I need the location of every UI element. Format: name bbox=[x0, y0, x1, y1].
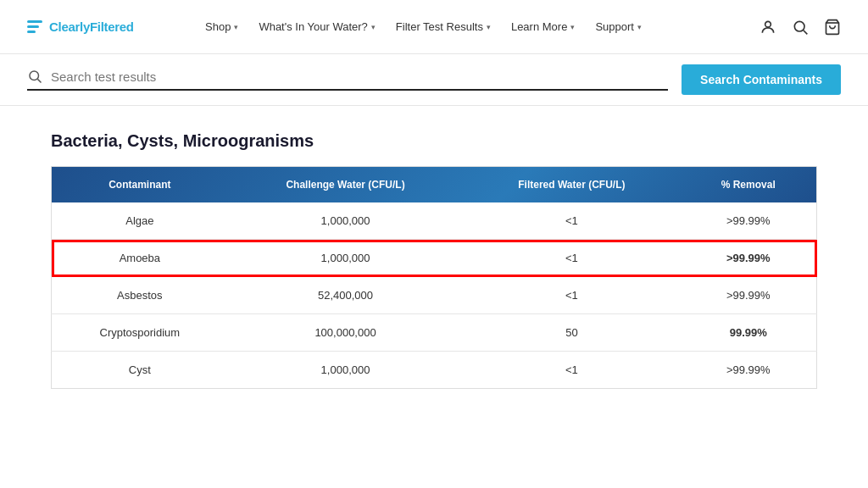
chevron-down-icon: ▾ bbox=[371, 23, 376, 31]
search-input[interactable] bbox=[51, 69, 668, 84]
search-icon[interactable] bbox=[792, 19, 809, 36]
chevron-down-icon: ▾ bbox=[637, 23, 642, 31]
search-contaminants-button[interactable]: Search Contaminants bbox=[682, 64, 841, 95]
cell-removal: >99.99% bbox=[680, 202, 816, 240]
logo-line-2 bbox=[27, 25, 39, 28]
cell-challenge-water: 100,000,000 bbox=[228, 314, 464, 352]
col-header-contaminant: Contaminant bbox=[52, 167, 228, 203]
cart-icon[interactable] bbox=[824, 19, 841, 36]
search-input-icon bbox=[27, 69, 42, 84]
cell-filtered-water: <1 bbox=[463, 202, 680, 240]
nav-item-water[interactable]: What's In Your Water? ▾ bbox=[250, 15, 383, 38]
table-row: Cryptosporidium100,000,0005099.99% bbox=[52, 314, 817, 352]
nav-item-shop[interactable]: Shop ▾ bbox=[197, 15, 247, 38]
cell-filtered-water: <1 bbox=[463, 352, 680, 389]
cell-contaminant: Algae bbox=[52, 202, 228, 240]
chevron-down-icon: ▾ bbox=[234, 23, 238, 31]
table-body: Algae1,000,000<1>99.99%Amoeba1,000,000<1… bbox=[52, 202, 817, 389]
cell-filtered-water: <1 bbox=[463, 240, 680, 277]
col-header-removal: % Removal bbox=[680, 167, 816, 203]
logo-line-1 bbox=[27, 20, 42, 23]
svg-point-0 bbox=[765, 21, 771, 27]
search-input-wrap bbox=[27, 69, 668, 91]
cell-removal: 99.99% bbox=[680, 314, 816, 352]
col-header-filtered: Filtered Water (CFU/L) bbox=[463, 167, 680, 203]
logo-line-3 bbox=[27, 30, 36, 33]
table-row: Cyst1,000,000<1>99.99% bbox=[52, 352, 817, 389]
cell-challenge-water: 1,000,000 bbox=[228, 202, 464, 240]
cell-filtered-water: <1 bbox=[463, 277, 680, 314]
logo[interactable]: ClearlyFiltered bbox=[27, 19, 163, 34]
section-title: Bacteria, Cysts, Microogranisms bbox=[51, 131, 817, 151]
svg-point-1 bbox=[794, 21, 804, 31]
svg-line-5 bbox=[37, 79, 41, 82]
cell-contaminant: Amoeba bbox=[52, 240, 228, 277]
cell-removal: >99.99% bbox=[680, 352, 816, 389]
cell-challenge-water: 1,000,000 bbox=[228, 240, 464, 277]
cell-contaminant: Cyst bbox=[52, 352, 228, 389]
logo-icon bbox=[27, 20, 42, 33]
cell-filtered-water: 50 bbox=[463, 314, 680, 352]
svg-point-4 bbox=[30, 71, 39, 80]
nav-item-learn-more[interactable]: Learn More ▾ bbox=[503, 15, 583, 38]
cell-removal: >99.99% bbox=[680, 240, 816, 277]
table-row: Asbestos52,400,000<1>99.99% bbox=[52, 277, 817, 314]
col-header-challenge: Challenge Water (CFU/L) bbox=[228, 167, 464, 203]
svg-line-2 bbox=[804, 30, 808, 34]
table-header-row: Contaminant Challenge Water (CFU/L) Filt… bbox=[52, 167, 817, 203]
table-row: Algae1,000,000<1>99.99% bbox=[52, 202, 817, 240]
nav-item-filter-test[interactable]: Filter Test Results ▾ bbox=[387, 15, 499, 38]
chevron-down-icon: ▾ bbox=[487, 23, 491, 31]
chevron-down-icon: ▾ bbox=[570, 23, 575, 31]
account-icon[interactable] bbox=[760, 19, 776, 36]
cell-contaminant: Cryptosporidium bbox=[52, 314, 228, 352]
cell-challenge-water: 1,000,000 bbox=[228, 352, 464, 389]
cell-challenge-water: 52,400,000 bbox=[228, 277, 464, 314]
logo-text: ClearlyFiltered bbox=[49, 19, 134, 34]
contaminant-table: Contaminant Challenge Water (CFU/L) Filt… bbox=[51, 166, 817, 389]
search-bar: Search Contaminants bbox=[0, 54, 868, 106]
cell-contaminant: Asbestos bbox=[52, 277, 228, 314]
table-row: Amoeba1,000,000<1>99.99% bbox=[52, 240, 817, 277]
nav-icons bbox=[760, 19, 841, 36]
table-header: Contaminant Challenge Water (CFU/L) Filt… bbox=[52, 167, 817, 203]
navbar: ClearlyFiltered Shop ▾ What's In Your Wa… bbox=[0, 0, 868, 54]
nav-item-support[interactable]: Support ▾ bbox=[587, 15, 650, 38]
main-content: Bacteria, Cysts, Microogranisms Contamin… bbox=[0, 106, 868, 414]
nav-links: Shop ▾ What's In Your Water? ▾ Filter Te… bbox=[197, 15, 743, 38]
cell-removal: >99.99% bbox=[680, 277, 816, 314]
